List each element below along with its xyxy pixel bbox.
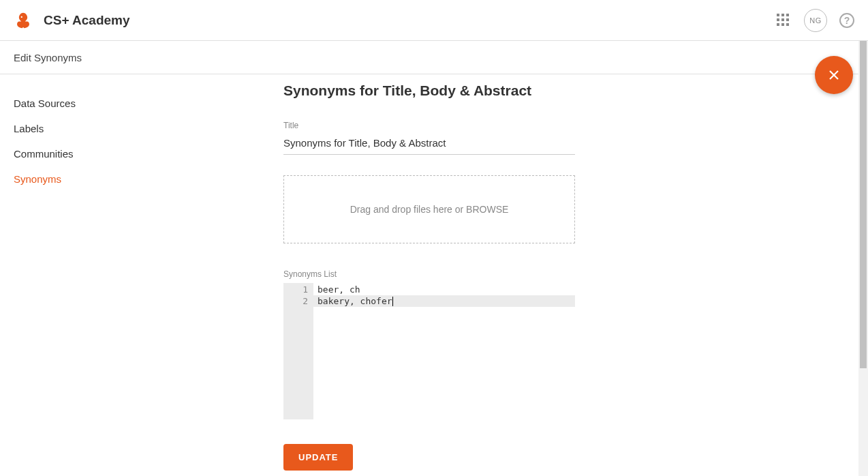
content-area: Synonyms for Title, Body & Abstract Titl… — [283, 74, 868, 476]
sidebar-item-data-sources[interactable]: Data Sources — [14, 91, 270, 116]
code-line: bakery, chofer — [313, 295, 575, 307]
app-logo — [14, 11, 33, 30]
title-input[interactable] — [283, 134, 575, 155]
sub-header: Edit Synonyms — [0, 41, 868, 74]
sidebar-item-synonyms[interactable]: Synonyms — [14, 166, 270, 192]
help-icon[interactable]: ? — [839, 13, 854, 28]
editor-content[interactable]: beer, ch bakery, chofer — [313, 283, 575, 419]
code-editor[interactable]: 1 2 beer, ch bakery, chofer — [283, 283, 575, 419]
top-bar: CS+ Academy NG ? — [0, 0, 868, 41]
app-title: CS+ Academy — [44, 13, 130, 28]
sidebar-item-labels[interactable]: Labels — [14, 116, 270, 141]
page-title: Synonyms for Title, Body & Abstract — [283, 83, 852, 99]
sub-header-title: Edit Synonyms — [14, 52, 82, 63]
text-cursor — [392, 297, 394, 306]
line-number: 1 — [283, 284, 308, 295]
close-icon — [827, 68, 841, 82]
synonyms-list-label: Synonyms List — [283, 269, 852, 279]
update-button[interactable]: UPDATE — [283, 444, 353, 471]
sidebar-item-communities[interactable]: Communities — [14, 141, 270, 166]
close-button[interactable] — [815, 56, 853, 94]
code-line: beer, ch — [313, 284, 575, 295]
user-avatar[interactable]: NG — [804, 9, 827, 32]
editor-gutter: 1 2 — [283, 283, 313, 419]
line-number: 2 — [283, 295, 308, 307]
scrollbar-thumb[interactable] — [860, 41, 867, 368]
scrollbar-track[interactable] — [858, 41, 868, 476]
file-dropzone[interactable]: Drag and drop files here or BROWSE — [283, 175, 575, 243]
sidebar: Data Sources Labels Communities Synonyms — [0, 74, 283, 476]
dropzone-text: Drag and drop files here or BROWSE — [350, 204, 509, 215]
title-field-label: Title — [283, 121, 852, 130]
apps-icon[interactable] — [777, 14, 790, 27]
